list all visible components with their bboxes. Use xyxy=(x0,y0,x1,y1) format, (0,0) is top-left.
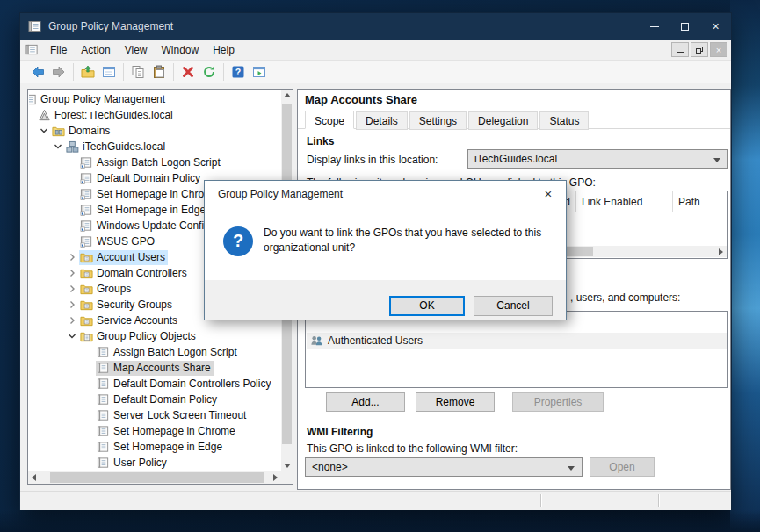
tree-expander-icon[interactable] xyxy=(65,236,79,247)
tree-expander-icon[interactable] xyxy=(82,394,96,405)
dialog-title-bar[interactable]: Group Policy Management × xyxy=(205,181,566,208)
column-header-link-enabled[interactable]: Link Enabled xyxy=(576,191,673,212)
tree-expander-icon[interactable] xyxy=(29,110,37,120)
toolbar-action-pane-icon[interactable] xyxy=(249,63,270,81)
tree-item-domain-itechguides[interactable]: iTechGuides.local xyxy=(51,139,281,155)
tree-item-icon xyxy=(80,251,93,264)
toolbar-copy-icon[interactable] xyxy=(123,63,148,81)
minimize-icon[interactable] xyxy=(639,13,670,40)
menu-window[interactable]: Window xyxy=(155,40,206,60)
security-filtering-label: , users, and computers: xyxy=(570,291,680,304)
tree-expander-icon[interactable] xyxy=(65,331,79,341)
tree-item[interactable]: Set Homepage in Edge xyxy=(82,439,281,455)
tree-expander-icon[interactable] xyxy=(65,315,79,326)
tree-expander-icon[interactable] xyxy=(65,268,79,278)
properties-button[interactable]: Properties xyxy=(512,392,604,412)
tree-item-group-policy-management[interactable]: Group Policy Management xyxy=(29,91,281,107)
security-filtering-list[interactable]: Authenticated Users xyxy=(305,311,728,388)
toolbar-console-window-icon[interactable] xyxy=(98,63,119,81)
tree-expander-icon[interactable] xyxy=(65,189,79,199)
menu-file[interactable]: File xyxy=(43,40,74,60)
scroll-down-icon[interactable] xyxy=(281,460,293,471)
toolbar-delete-icon[interactable] xyxy=(173,63,199,81)
column-header-path[interactable]: Path xyxy=(673,191,727,212)
link-gpo-confirm-dialog: Group Policy Management × ? Do you want … xyxy=(204,180,567,320)
tree-horizontal-scrollbar[interactable] xyxy=(28,471,281,484)
tree-expander-icon[interactable] xyxy=(82,442,96,452)
toolbar-up-one-level-icon[interactable] xyxy=(73,63,98,81)
tree-expander-icon[interactable] xyxy=(65,284,79,294)
status-divider xyxy=(540,494,541,507)
toolbar-help-icon[interactable] xyxy=(223,63,249,81)
tree-item-icon xyxy=(38,109,51,122)
dialog-close-icon[interactable]: × xyxy=(531,181,566,207)
scroll-right-icon[interactable] xyxy=(270,472,281,484)
tree-item-icon xyxy=(97,409,110,422)
tree-expander-icon[interactable] xyxy=(65,299,79,310)
tree-expander-icon[interactable] xyxy=(65,252,79,262)
tree-item-icon xyxy=(80,330,93,343)
toolbar-back-icon[interactable] xyxy=(27,63,48,81)
tree-expander-icon[interactable] xyxy=(65,220,79,231)
cancel-button[interactable]: Cancel xyxy=(474,296,553,316)
ok-button[interactable]: OK xyxy=(389,296,465,316)
dialog-title: Group Policy Management xyxy=(218,188,343,200)
scroll-left-icon[interactable] xyxy=(28,472,40,484)
tree-item-group-policy-objects[interactable]: Group Policy Objects xyxy=(65,328,281,344)
tree-expander-icon[interactable] xyxy=(37,126,51,136)
tab-settings[interactable]: Settings xyxy=(409,111,467,130)
section-divider xyxy=(305,421,728,422)
tree-item-gpo-map-accounts-share[interactable]: Map Accounts Share xyxy=(82,360,281,376)
toolbar-forward-icon[interactable] xyxy=(48,63,69,81)
menu-help[interactable]: Help xyxy=(206,40,242,60)
menu-view[interactable]: View xyxy=(118,40,155,60)
tree-expander-icon[interactable] xyxy=(82,378,96,389)
tab-scope[interactable]: Scope xyxy=(305,111,354,129)
toolbar-paste-icon[interactable] xyxy=(148,63,170,81)
status-bar xyxy=(20,491,731,510)
tree-item-icon xyxy=(80,235,93,248)
remove-button[interactable]: Remove xyxy=(416,392,495,412)
tree-item-forest[interactable]: Forest: iTechGuides.local xyxy=(29,107,281,123)
tree-expander-icon[interactable] xyxy=(82,363,96,373)
title-bar[interactable]: Group Policy Management × xyxy=(20,13,731,40)
menu-action[interactable]: Action xyxy=(74,40,117,60)
maximize-icon[interactable] xyxy=(670,13,700,40)
tree-item[interactable]: Default Domain Policy xyxy=(82,392,281,407)
mdi-restore-icon[interactable] xyxy=(691,42,708,57)
scroll-up-icon[interactable] xyxy=(281,90,293,101)
tree-expander-icon[interactable] xyxy=(65,157,79,168)
tree-expander-icon[interactable] xyxy=(82,457,96,468)
tab-delegation[interactable]: Delegation xyxy=(468,111,538,130)
window-title: Group Policy Management xyxy=(48,20,173,32)
toolbar xyxy=(20,61,731,83)
tree-item[interactable]: Default Domain Controllers Policy xyxy=(82,376,281,392)
tree-expander-icon[interactable] xyxy=(82,426,96,436)
tree-item[interactable]: Set Homepage in Chrome xyxy=(82,423,281,439)
tree-item-icon xyxy=(80,204,93,217)
tree-expander-icon[interactable] xyxy=(65,173,79,183)
scroll-right-icon[interactable] xyxy=(715,246,727,257)
tree-item-domains[interactable]: Domains xyxy=(37,123,281,139)
mdi-minimize-icon[interactable] xyxy=(671,42,689,57)
wmi-filter-dropdown[interactable]: <none> xyxy=(305,457,583,477)
open-button[interactable]: Open xyxy=(590,457,655,477)
tree-item[interactable]: Assign Batch Logon Script xyxy=(65,155,281,170)
close-icon[interactable]: × xyxy=(700,13,731,40)
mdi-close-icon[interactable]: × xyxy=(710,42,727,57)
list-item[interactable]: Authenticated Users xyxy=(307,333,727,349)
add-button[interactable]: Add... xyxy=(326,392,405,412)
tree-expander-icon[interactable] xyxy=(51,141,65,152)
toolbar-refresh-icon[interactable] xyxy=(199,63,220,81)
tab-status[interactable]: Status xyxy=(539,111,589,130)
tab-details[interactable]: Details xyxy=(356,111,408,130)
location-dropdown[interactable]: iTechGuides.local xyxy=(467,149,728,169)
display-links-label: Display links in this location: xyxy=(307,154,438,166)
tree-item[interactable]: Server Lock Screen Timeout xyxy=(82,407,281,423)
tree-expander-icon[interactable] xyxy=(82,347,96,357)
scrollbar-thumb[interactable] xyxy=(50,472,264,483)
tree-item[interactable]: User Policy xyxy=(82,455,281,471)
tree-item[interactable]: Assign Batch Logon Script xyxy=(82,344,281,360)
tree-expander-icon[interactable] xyxy=(82,410,96,421)
tree-expander-icon[interactable] xyxy=(65,205,79,215)
